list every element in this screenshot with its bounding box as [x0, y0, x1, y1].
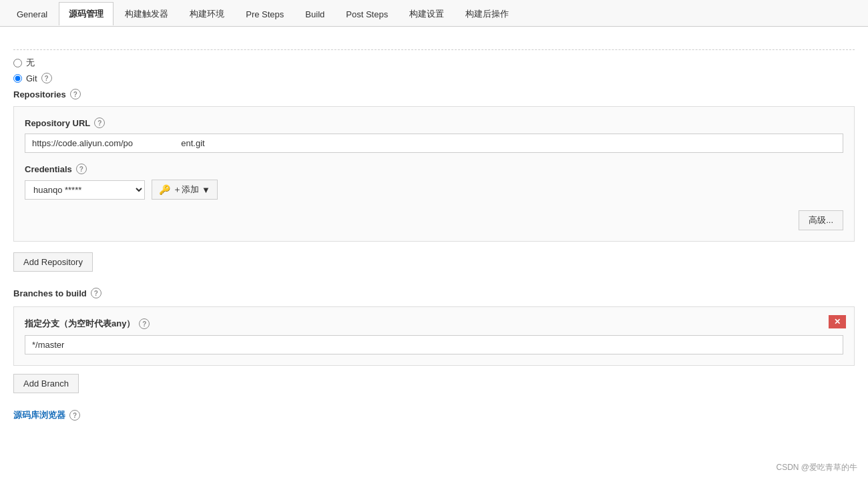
- tab-post-steps[interactable]: Post Steps: [336, 3, 398, 25]
- radio-group: 无 Git ?: [13, 57, 855, 83]
- branches-help-icon[interactable]: ?: [91, 288, 101, 298]
- branches-header: Branches to build ?: [13, 288, 855, 298]
- credentials-field-label: Credentials ?: [25, 164, 843, 174]
- repo-box: Repository URL ? Credentials ? huanqo **…: [13, 106, 855, 242]
- repo-url-label: Repository URL: [25, 118, 90, 128]
- watermark: CSDN @爱吃青草的牛: [776, 462, 857, 473]
- add-credentials-button[interactable]: 🔑 ＋添加 ▼: [152, 180, 218, 200]
- git-help-icon[interactable]: ?: [41, 73, 52, 83]
- tab-build-env[interactable]: 构建环境: [180, 2, 234, 25]
- delete-branch-button[interactable]: ✕: [829, 315, 846, 328]
- branch-input[interactable]: [25, 335, 843, 354]
- main-content: ​ 无 Git ? Repositories ? Repository URL …: [0, 27, 868, 484]
- radio-row-none: 无: [13, 57, 855, 69]
- tab-source-management[interactable]: 源码管理: [59, 2, 114, 25]
- credentials-label: Credentials: [25, 164, 72, 174]
- repositories-label: Repositories: [13, 89, 66, 99]
- add-credentials-dropdown-arrow: ▼: [202, 185, 210, 195]
- repo-url-input[interactable]: [25, 134, 843, 153]
- branch-help-icon[interactable]: ?: [139, 318, 150, 329]
- credentials-help-icon[interactable]: ?: [76, 164, 87, 174]
- branch-row-container: ✕ 指定分支（为空时代表any） ?: [13, 306, 855, 366]
- branches-section: Branches to build ? ✕ 指定分支（为空时代表any） ? A…: [13, 288, 855, 407]
- branches-label: Branches to build: [13, 288, 87, 298]
- repositories-section-label: Repositories ?: [13, 89, 855, 99]
- tab-general[interactable]: General: [7, 3, 57, 25]
- add-credentials-label: ＋添加: [173, 184, 199, 196]
- add-repository-button[interactable]: Add Repository: [13, 252, 93, 272]
- scroll-hint: ​: [13, 37, 855, 50]
- repo-url-help-icon[interactable]: ?: [94, 117, 105, 128]
- source-browser-help-icon[interactable]: ?: [69, 410, 80, 421]
- tab-build[interactable]: Build: [295, 3, 335, 25]
- advanced-row: 高级...: [25, 210, 843, 230]
- credentials-row: huanqo ***** 🔑 ＋添加 ▼: [25, 180, 843, 200]
- source-browser-row: 源码库浏览器 ?: [13, 409, 855, 421]
- repo-url-field-label: Repository URL ?: [25, 117, 843, 128]
- key-icon: 🔑: [159, 184, 170, 195]
- add-branch-button[interactable]: Add Branch: [13, 374, 79, 393]
- advanced-button[interactable]: 高级...: [799, 210, 843, 230]
- source-browser-label[interactable]: 源码库浏览器: [13, 409, 65, 421]
- radio-none[interactable]: [13, 59, 22, 67]
- tab-build-trigger[interactable]: 构建触发器: [115, 2, 178, 25]
- credentials-select[interactable]: huanqo *****: [25, 180, 145, 200]
- radio-row-git: Git ?: [13, 73, 855, 83]
- tabs-bar: General 源码管理 构建触发器 构建环境 Pre Steps Build …: [0, 0, 868, 27]
- radio-git-label[interactable]: Git: [26, 73, 37, 83]
- radio-git[interactable]: [13, 74, 22, 83]
- tab-post-build[interactable]: 构建后操作: [455, 2, 519, 25]
- branch-specifier-label: 指定分支（为空时代表any）: [25, 318, 135, 330]
- tab-pre-steps[interactable]: Pre Steps: [236, 3, 294, 25]
- branch-field-label: 指定分支（为空时代表any） ?: [25, 318, 843, 330]
- repositories-help-icon[interactable]: ?: [70, 89, 81, 99]
- tab-build-settings[interactable]: 构建设置: [399, 2, 454, 25]
- radio-none-label[interactable]: 无: [26, 57, 35, 69]
